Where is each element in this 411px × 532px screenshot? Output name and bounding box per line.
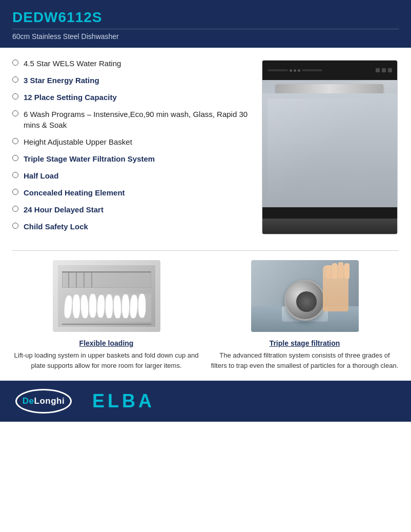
product-image <box>262 60 398 234</box>
footer: DeLonghi ELBA <box>0 381 411 422</box>
controls-right <box>376 68 392 72</box>
delonghi-text: DeLonghi <box>23 396 65 406</box>
page-header: DEDW6112S 60cm Stainless Steel Dishwashe… <box>0 0 411 48</box>
triple-filtration-block: Triple stage filtration The advanced fil… <box>211 260 399 370</box>
plate-4 <box>89 293 97 318</box>
plate-6 <box>105 294 113 319</box>
feature-text: 4.5 Star WELS Water Rating <box>24 58 121 69</box>
rack-v1 <box>68 272 69 288</box>
main-content: 4.5 Star WELS Water Rating3 Star Energy … <box>0 48 411 243</box>
finger-4 <box>326 265 331 279</box>
feature-item: 6 Wash Programs – Instensive,Eco,90 min … <box>12 109 250 130</box>
finger-3 <box>332 263 337 279</box>
feature-text: 3 Star Energy Rating <box>24 75 99 86</box>
finger-2 <box>338 262 343 279</box>
control-dot-1 <box>290 69 292 72</box>
dishwasher-body <box>262 93 397 207</box>
triple-filtration-title: Triple stage filtration <box>270 339 340 347</box>
product-subtitle: 60cm Stainless Steel Dishwasher <box>12 32 399 41</box>
feature-text: 12 Place Setting Capacity <box>24 92 117 103</box>
delonghi-de: De <box>23 396 34 406</box>
product-title: DEDW6112S <box>12 9 399 26</box>
controls-left <box>268 69 322 72</box>
bullet-icon <box>12 60 18 66</box>
indicator-1 <box>376 68 380 72</box>
feature-item: 12 Place Setting Capacity <box>12 92 250 103</box>
finger-1 <box>344 263 350 279</box>
section-divider <box>12 250 399 251</box>
dishwasher-toe-kick <box>262 219 397 234</box>
flexible-loading-title: Flexible loading <box>79 339 134 347</box>
dishwasher-panel <box>262 61 397 80</box>
rack-v2 <box>76 272 77 288</box>
flexible-loading-photo <box>53 260 160 332</box>
feature-item: Height Adjustable Upper Basket <box>12 136 250 147</box>
triple-filtration-photo <box>251 260 359 332</box>
bullet-icon <box>12 223 18 229</box>
header-divider <box>12 29 399 29</box>
control-bar-1 <box>268 69 288 71</box>
bullet-icon <box>12 138 18 144</box>
feature-item: Triple Stage Water Filtration System <box>12 153 250 164</box>
rack-v4 <box>91 272 92 288</box>
delonghi-logo: DeLonghi <box>15 389 72 413</box>
plate-5 <box>96 294 106 319</box>
feature-text: Height Adjustable Upper Basket <box>24 136 132 147</box>
plate-2 <box>72 294 80 319</box>
feature-item: 3 Star Energy Rating <box>12 75 250 86</box>
control-bar-2 <box>302 69 322 71</box>
features-list: 4.5 Star WELS Water Rating3 Star Energy … <box>12 58 250 238</box>
filter-component <box>284 280 325 321</box>
loading-inner <box>58 265 155 327</box>
feature-text: 24 Hour Delayed Start <box>24 204 104 215</box>
feature-text: Concealed Heating Element <box>24 187 125 198</box>
rack-v3 <box>84 272 85 288</box>
elba-logo: ELBA <box>92 390 155 412</box>
feature-item: 24 Hour Delayed Start <box>12 204 250 215</box>
dishwasher-handle <box>276 84 383 93</box>
control-dot-3 <box>298 69 300 72</box>
flexible-loading-block: Flexible loading Lift-up loading system … <box>12 260 200 370</box>
delonghi-oval: DeLonghi <box>15 389 72 413</box>
feature-text: Half Load <box>24 170 58 181</box>
plate-10 <box>138 293 146 318</box>
feature-text: Triple Stage Water Filtration System <box>24 153 155 164</box>
bullet-icon <box>12 110 18 116</box>
rack-bottom <box>62 324 151 325</box>
feature-item: Half Load <box>12 170 250 181</box>
feature-item: 4.5 Star WELS Water Rating <box>12 58 250 69</box>
plate-8 <box>121 294 130 319</box>
product-image-container <box>260 58 399 238</box>
bullet-icon <box>12 76 18 83</box>
flexible-loading-desc: Lift-up loading system in upper baskets … <box>12 350 200 370</box>
dishwasher-bottom <box>262 207 397 219</box>
feature-text: Child Safety Lock <box>24 221 88 232</box>
control-dot-2 <box>294 69 296 72</box>
bullet-icon <box>12 206 18 212</box>
feature-item: Child Safety Lock <box>12 221 250 232</box>
indicator-2 <box>382 68 386 72</box>
indicator-3 <box>388 68 392 72</box>
plate-7 <box>113 295 122 319</box>
bullet-icon <box>12 155 18 161</box>
triple-filtration-desc: The advanced filtration system consists … <box>211 350 399 370</box>
feature-text: 6 Wash Programs – Instensive,Eco,90 min … <box>24 109 250 130</box>
feature-images-section: Flexible loading Lift-up loading system … <box>0 260 411 381</box>
bullet-icon <box>12 189 18 195</box>
bullet-icon <box>12 93 18 100</box>
feature-item: Concealed Heating Element <box>12 187 250 198</box>
bullet-icon <box>12 172 18 178</box>
